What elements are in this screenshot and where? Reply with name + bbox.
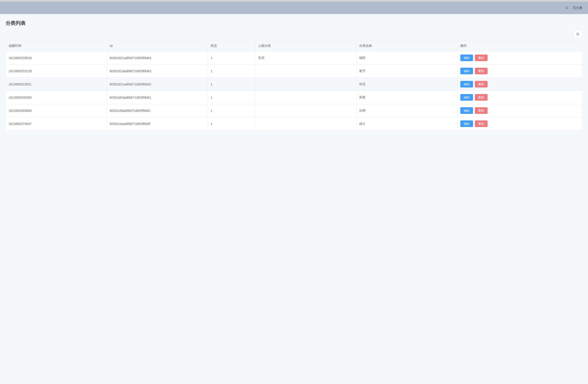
cell-parent [255, 78, 357, 91]
table-row[interactable]: 161396252951860331d21ad0b971d929f9d441坦克… [6, 51, 582, 64]
cell-created-at: 1613962493664 [6, 104, 107, 117]
col-header-created-at: 创建时间 [6, 41, 107, 51]
col-header-status: 状态 [208, 41, 255, 51]
delete-button[interactable]: 删除 [475, 68, 488, 74]
cell-id: 60331d21ad0b971d929f9d44 [107, 51, 208, 64]
cell-parent [255, 64, 357, 78]
edit-button[interactable]: 编辑 [460, 94, 473, 101]
page-title: 分类列表 [6, 20, 582, 27]
edit-button[interactable]: 编辑 [460, 68, 473, 74]
cell-id: 60331cfdad0b971d929f9d40 [107, 104, 208, 117]
cell-actions: 编辑删除 [457, 117, 582, 130]
col-header-parent: 上级分类 [255, 41, 357, 51]
cell-name: 射手 [357, 64, 458, 78]
col-header-actions: 操作 [457, 41, 582, 51]
edit-button[interactable]: 编辑 [460, 55, 473, 61]
cell-status: 1 [208, 104, 255, 117]
cell-actions: 编辑删除 [457, 51, 582, 64]
window-top-strip [0, 0, 588, 1]
settings-icon[interactable] [565, 6, 569, 10]
col-header-id: ID [107, 41, 208, 51]
table-row[interactable]: 161396250006060331d04ad0b971d929f9d411刺客… [6, 91, 582, 104]
delete-button[interactable]: 删除 [475, 94, 488, 101]
gear-icon [576, 32, 580, 36]
cell-name: 刺客 [357, 91, 458, 104]
table-toolbar [6, 30, 582, 38]
cell-parent [255, 104, 357, 117]
delete-button[interactable]: 删除 [475, 81, 488, 87]
category-table: 创建时间 ID 状态 上级分类 分类名称 操作 1613962529518603… [6, 41, 582, 130]
app-header: 王小虎 [0, 1, 588, 14]
table-row[interactable]: 161396249366460331cfdad0b971d929f9d401法师… [6, 104, 582, 117]
table-row[interactable]: 161396247404760331ceaad0b971d929f9d3f1战士… [6, 117, 582, 130]
cell-actions: 编辑删除 [457, 78, 582, 91]
col-header-name: 分类名称 [357, 41, 458, 51]
cell-id: 60331d11ad0b971d929f9d42 [107, 78, 208, 91]
cell-name: 辅助 [357, 51, 458, 64]
delete-button[interactable]: 删除 [475, 55, 488, 61]
cell-name: 法师 [357, 104, 458, 117]
cell-parent [255, 91, 357, 104]
cell-name: 战士 [357, 117, 458, 130]
cell-status: 1 [208, 117, 255, 130]
edit-button[interactable]: 编辑 [460, 81, 473, 87]
cell-actions: 编辑删除 [457, 104, 582, 117]
cell-created-at: 1613962500060 [6, 91, 107, 104]
cell-actions: 编辑删除 [457, 91, 582, 104]
cell-created-at: 1613962525128 [6, 64, 107, 78]
cell-status: 1 [208, 91, 255, 104]
cell-created-at: 1613962529518 [6, 51, 107, 64]
svg-point-0 [567, 7, 567, 8]
delete-button[interactable]: 删除 [475, 120, 488, 127]
edit-button[interactable]: 编辑 [460, 107, 473, 114]
cell-status: 1 [208, 51, 255, 64]
cell-actions: 编辑删除 [457, 64, 582, 78]
cell-created-at: 1613962474047 [6, 117, 107, 130]
cell-status: 1 [208, 64, 255, 78]
table-header-row: 创建时间 ID 状态 上级分类 分类名称 操作 [6, 41, 582, 51]
edit-button[interactable]: 编辑 [460, 120, 473, 127]
cell-created-at: 1613962513921 [6, 78, 107, 91]
cell-id: 60331d04ad0b971d929f9d41 [107, 91, 208, 104]
current-user-name[interactable]: 王小虎 [573, 6, 582, 10]
cell-parent: 坦克 [255, 51, 357, 64]
table-settings-button[interactable] [573, 30, 582, 38]
table-row[interactable]: 161396251392160331d11ad0b971d929f9d421坦克… [6, 78, 582, 91]
svg-point-1 [577, 33, 578, 35]
table-row[interactable]: 161396252512860331d1dad0b971d929f9d431射手… [6, 64, 582, 78]
cell-id: 60331d1dad0b971d929f9d43 [107, 64, 208, 78]
cell-status: 1 [208, 78, 255, 91]
delete-button[interactable]: 删除 [475, 107, 488, 114]
cell-name: 坦克 [357, 78, 458, 91]
cell-parent [255, 117, 357, 130]
cell-id: 60331ceaad0b971d929f9d3f [107, 117, 208, 130]
